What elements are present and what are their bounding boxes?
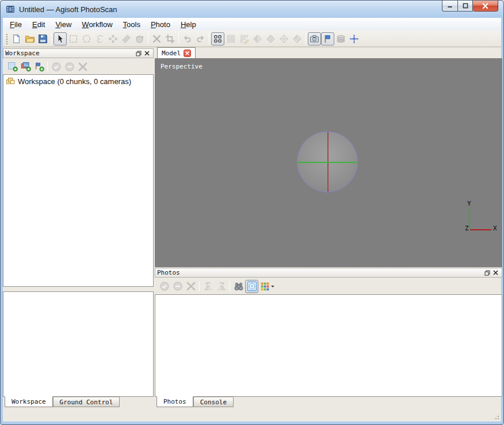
show-markers-button[interactable] [321,32,334,45]
new-document-button[interactable] [10,32,23,45]
circle-selection-icon [82,34,91,44]
menu-file[interactable]: File [5,18,27,31]
toolbar-separator [51,33,52,44]
show-region-button[interactable] [334,32,348,45]
left-dock-tabbar: Workspace Ground Control [3,397,154,408]
disable-item-icon [173,281,183,291]
add-chunk-button[interactable] [6,60,19,73]
menubar: FileEditViewWorkflowToolsPhotoHelp [3,18,501,31]
titlebar[interactable]: Untitled — Agisoft PhotoScan [1,1,503,18]
add-photos-icon [21,62,31,71]
left-splitter[interactable] [3,287,154,291]
tab-model-label: Model [162,50,181,57]
tab-model[interactable]: Model [157,47,196,58]
add-photos-button[interactable] [19,60,32,73]
undo-button [181,32,194,45]
menu-help[interactable]: Help [175,18,201,31]
show-cameras-icon [310,34,319,44]
open-folder-icon [25,34,35,44]
rotate-region-button [133,32,146,45]
toolbar-separator [209,33,209,44]
workspace-close-button[interactable] [143,50,151,58]
thumbnails-button[interactable] [258,280,276,293]
photos-close-button[interactable] [491,269,500,277]
float-icon [136,51,142,56]
ground-control-pane[interactable] [3,291,154,397]
enable-item-icon [51,62,62,72]
tab-workspace[interactable]: Workspace [5,396,53,407]
disable-item-button [171,280,184,293]
app-window: Untitled — Agisoft PhotoScan FileEditVie… [0,0,504,425]
remove-item-icon [78,62,88,72]
dropdown-caret-icon [271,286,274,289]
float-icon [484,270,490,276]
right-dock-tabbar: Photos Console [155,397,502,408]
axis-x-label: X [493,225,497,232]
minimize-button[interactable] [442,1,457,12]
disable-item-button [63,60,76,73]
main-toolbar [3,31,501,47]
tab-model-close-button[interactable] [184,50,191,57]
open-folder-button[interactable] [23,32,36,45]
axis-z-label: Z [465,225,469,232]
enable-item-button [158,280,171,293]
trackball-horizontal-axis [297,162,357,163]
photos-panel-title: Photos [157,269,483,276]
rotate-right-icon [216,282,227,291]
menu-edit[interactable]: Edit [27,18,50,31]
redo-button [194,32,207,45]
save-floppy-button[interactable] [36,32,49,45]
point-cloud-view-button[interactable] [211,32,224,45]
dense-cloud-view-button [224,32,238,45]
menu-tools[interactable]: Tools [118,18,146,31]
workspace-panel-header: Workspace [3,48,154,58]
app-icon [6,5,15,14]
find-photo-button[interactable] [232,280,245,293]
resize-grip[interactable] [492,413,500,420]
tab-photos[interactable]: Photos [156,396,193,407]
mesh-wireframe-view-button [277,32,291,45]
menu-photo[interactable]: Photo [146,18,175,31]
menu-view[interactable]: View [50,18,77,31]
photos-list-pane[interactable] [155,294,502,397]
add-chunk-icon [7,62,18,71]
disable-item-icon [64,62,75,72]
dense-cloud-view-icon [226,34,236,44]
model-viewport[interactable]: Perspective Y Z X [155,59,502,267]
model-tabbar: Model [155,48,502,59]
workspace-tree-root-item[interactable]: Workspace (0 chunks, 0 cameras) [3,75,153,87]
menu-workflow[interactable]: Workflow [77,18,117,31]
tab-close-icon [184,50,191,57]
statusbar [3,407,501,422]
tab-console[interactable]: Console [193,397,234,407]
close-icon [482,3,489,9]
projection-label: Perspective [161,63,203,70]
maximize-button[interactable] [457,1,473,12]
tab-ground-control[interactable]: Ground Control [53,397,120,407]
minimize-icon [446,3,453,9]
navigation-icon [349,34,359,44]
rotate-left-icon [203,282,213,291]
image-preview-button[interactable] [245,280,258,293]
photos-float-button[interactable] [483,269,491,277]
workspace-tree[interactable]: Workspace (0 chunks, 0 cameras) [3,74,154,287]
resize-region-button [120,32,133,45]
add-marker-button[interactable] [32,60,45,73]
close-x-icon [493,270,498,275]
mesh-wireframe-view-icon [279,34,289,44]
close-button[interactable] [473,1,498,12]
dense-cloud-edit-view-icon [239,34,249,44]
workspace-float-button[interactable] [134,50,143,58]
enable-item-icon [159,281,170,291]
close-x-icon [144,51,150,56]
image-preview-icon [247,281,257,291]
toolbar-separator [47,62,48,71]
dense-cloud-edit-view-button [238,32,251,45]
workspace-tree-root-label: Workspace (0 chunks, 0 cameras) [18,77,131,86]
navigation-button[interactable] [348,32,361,45]
toolbar-handle[interactable] [5,33,8,44]
select-arrow-button[interactable] [54,32,67,45]
show-cameras-button[interactable] [308,32,321,45]
undo-icon [182,34,192,44]
circle-selection-button [80,32,93,45]
